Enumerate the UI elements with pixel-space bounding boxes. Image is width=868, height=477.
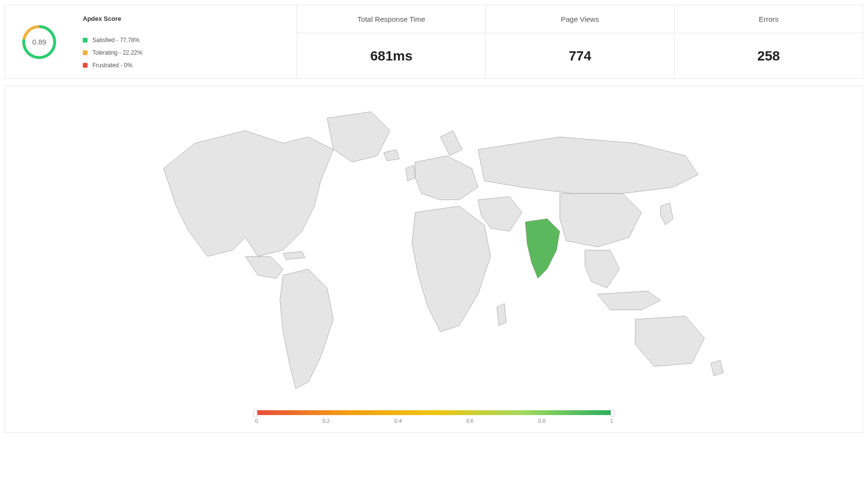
country-madagascar[interactable] bbox=[497, 304, 507, 326]
tick-label: 0.4 bbox=[394, 418, 402, 424]
swatch-icon bbox=[83, 38, 88, 43]
metric-title: Total Response Time bbox=[297, 5, 485, 33]
swatch-icon bbox=[83, 63, 88, 68]
country-europe[interactable] bbox=[415, 156, 478, 200]
legend-label: Frustrated - 0% bbox=[92, 62, 133, 69]
gradient-bar[interactable] bbox=[255, 410, 613, 415]
country-australia[interactable] bbox=[635, 316, 704, 367]
country-africa[interactable] bbox=[412, 206, 491, 332]
world-map[interactable] bbox=[120, 93, 748, 407]
summary-row: 0.89 Apdex Score Satisfied - 77.78% Tole… bbox=[5, 5, 863, 79]
metric-title: Errors bbox=[674, 5, 863, 33]
country-greenland[interactable] bbox=[327, 112, 390, 162]
tick-label: 0 bbox=[255, 418, 258, 424]
tick-label: 1 bbox=[610, 418, 613, 424]
swatch-icon bbox=[83, 50, 88, 55]
country-indonesia[interactable] bbox=[598, 291, 660, 310]
tick-label: 0.8 bbox=[538, 418, 545, 424]
country-japan[interactable] bbox=[660, 203, 673, 225]
metric-page-views: Page Views 774 bbox=[485, 5, 674, 78]
legend-label: Satisfied - 77.78% bbox=[92, 37, 139, 44]
country-scandinavia[interactable] bbox=[440, 131, 463, 156]
apdex-gauge: 0.89 bbox=[20, 23, 59, 61]
tick-label: 0.6 bbox=[466, 418, 474, 424]
apdex-title: Apdex Score bbox=[83, 15, 142, 22]
legend-frustrated: Frustrated - 0% bbox=[83, 62, 142, 69]
apdex-legend: Apdex Score Satisfied - 77.78% Toleratin… bbox=[83, 15, 142, 69]
metric-errors: Errors 258 bbox=[674, 5, 863, 78]
country-china[interactable] bbox=[560, 194, 642, 247]
country-south-america[interactable] bbox=[280, 269, 334, 388]
legend-tolerating: Tolerating - 22.22% bbox=[83, 49, 142, 56]
metric-value: 774 bbox=[486, 33, 674, 78]
country-russia[interactable] bbox=[478, 137, 698, 194]
gradient-ticks: 0 0.2 0.4 0.6 0.8 1 bbox=[255, 418, 613, 424]
country-india[interactable] bbox=[525, 219, 560, 279]
tick-label: 0.2 bbox=[322, 418, 329, 424]
country-se-asia[interactable] bbox=[585, 250, 620, 288]
apdex-panel: 0.89 Apdex Score Satisfied - 77.78% Tole… bbox=[5, 5, 297, 78]
legend-label: Tolerating - 22.22% bbox=[92, 49, 142, 56]
world-map-card: 0 0.2 0.4 0.6 0.8 1 bbox=[5, 86, 863, 433]
metric-value: 258 bbox=[674, 33, 863, 78]
metric-response-time: Total Response Time 681ms bbox=[297, 5, 485, 78]
metric-title: Page Views bbox=[486, 5, 674, 33]
country-new-zealand[interactable] bbox=[711, 360, 723, 376]
dashboard: 0.89 Apdex Score Satisfied - 77.78% Tole… bbox=[5, 5, 863, 433]
map-color-legend: 0 0.2 0.4 0.6 0.8 1 bbox=[255, 410, 613, 424]
country-iceland[interactable] bbox=[384, 149, 400, 161]
country-caribbean[interactable] bbox=[283, 252, 305, 260]
apdex-value: 0.89 bbox=[20, 23, 59, 61]
metric-value: 681ms bbox=[297, 33, 485, 78]
legend-satisfied: Satisfied - 77.78% bbox=[83, 37, 142, 44]
country-uk[interactable] bbox=[406, 165, 416, 181]
country-north-america[interactable] bbox=[164, 131, 333, 256]
country-central-america[interactable] bbox=[245, 256, 283, 279]
